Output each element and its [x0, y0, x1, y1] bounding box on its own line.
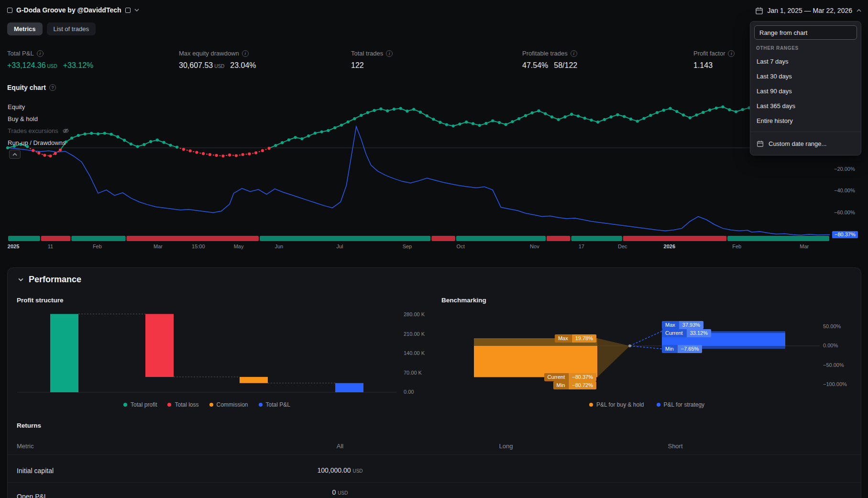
performance-title: Performance [29, 275, 81, 285]
menu-item-last-7-days[interactable]: Last 7 days [753, 54, 858, 69]
info-icon[interactable] [571, 50, 577, 57]
badge-label: Min [553, 381, 569, 389]
returns-row-metric: Initial capital [17, 467, 54, 475]
strategy-tester-page: G-Doda Groove by @DaviddTech Jan 1, 2025… [0, 0, 868, 498]
badge-value: −80.72% [568, 381, 596, 389]
date-range-label: Jan 1, 2025 — Mar 22, 2026 [768, 7, 852, 14]
badge-value: 37.93% [679, 321, 703, 329]
performance-charts[interactable] [8, 268, 862, 421]
equity-x-axis: 202511FebMar15:00MayJunJulSepOctNov17Dec… [0, 243, 868, 251]
metric-label: Max equity drawdown [179, 50, 256, 57]
performance-section-header[interactable]: Performance [18, 275, 81, 285]
returns-row-value: 0 USD [332, 488, 348, 496]
value-currency: USD [352, 468, 363, 474]
returns-col-short: Short [668, 443, 682, 450]
legend-total-profit: Total profit [123, 401, 157, 408]
waterfall-y-tick: 210.00 K [404, 331, 425, 337]
legend-total-p-l: Total P&L [259, 401, 290, 408]
legend-item-run-up-drawdowns[interactable]: Run-up / Drawdowns [8, 137, 69, 149]
legend-label: Buy & hold [8, 115, 38, 122]
orange-dot [209, 403, 213, 407]
tab-list-of-trades[interactable]: List of trades [47, 22, 96, 35]
waterfall-y-tick: 0.00 [404, 389, 414, 395]
menu-item-range-from-chart[interactable]: Range from chart [754, 25, 857, 40]
menu-item-last-90-days[interactable]: Last 90 days [753, 84, 858, 99]
buyhold-min-badge: Min−80.72% [553, 381, 596, 389]
last-value-badge: −80.37% [832, 231, 858, 238]
menu-section-label: OTHER RANGES [756, 45, 855, 51]
green-dot [123, 403, 127, 407]
legend-item-trades-excursions[interactable]: Trades excursions [8, 125, 69, 137]
returns-row-value: 100,000.00 USD [317, 466, 363, 474]
performance-card: Performance Profit structure Benchmarkin… [7, 267, 861, 498]
equity-x-tick: Feb [93, 243, 102, 249]
menu-item-label: Custom date range... [769, 140, 826, 147]
chevron-down-icon[interactable] [134, 9, 139, 11]
menu-item-entire-history[interactable]: Entire history [753, 113, 858, 128]
equity-y-tick: −20.00% [834, 166, 855, 172]
orange-dot [589, 403, 593, 407]
returns-section-title: Returns [17, 422, 41, 429]
missing-glyph-icon [125, 8, 131, 13]
badge-label: Min [662, 345, 677, 353]
menu-item-last-365-days[interactable]: Last 365 days [753, 99, 858, 113]
buyhold-max-badge: Max19.78% [555, 334, 596, 343]
strategy-max-badge: Max37.93% [662, 321, 703, 329]
metric-label: Total P&L [7, 50, 93, 57]
legend-label: Trades excursions [8, 127, 58, 134]
badge-value: −7.65% [677, 345, 703, 353]
badge-label: Current [662, 329, 686, 337]
info-icon[interactable] [386, 50, 393, 57]
info-icon[interactable] [242, 50, 249, 57]
blue-dot [259, 403, 263, 407]
equity-chart[interactable] [0, 98, 868, 246]
metric-value: 122 [351, 61, 393, 70]
metric-extra-value: 23.04% [230, 61, 256, 70]
equity-x-tick: Sep [403, 243, 412, 249]
eye-off-icon [62, 127, 69, 134]
equity-x-tick: Feb [732, 243, 741, 249]
returns-col-long: Long [499, 443, 513, 450]
returns-row-metric: Open P&L [17, 493, 48, 498]
metric-main-value: 47.54% [522, 61, 548, 70]
metric-label-text: Total trades [351, 50, 383, 57]
legend-item-equity[interactable]: Equity [8, 101, 69, 113]
metric-main-value: 30,607.53 [179, 61, 213, 70]
strategy-title: G-Doda Groove by @DaviddTech [16, 6, 121, 14]
waterfall-y-tick: 140.00 K [404, 350, 425, 356]
equity-x-tick: Nov [530, 243, 539, 249]
returns-header-row: Metric All Long Short [8, 438, 861, 454]
legend-total-loss: Total loss [167, 401, 198, 408]
menu-item-last-30-days[interactable]: Last 30 days [753, 69, 858, 84]
equity-x-tick: Mar [154, 243, 163, 249]
date-range-control[interactable]: Jan 1, 2025 — Mar 22, 2026 [755, 5, 861, 16]
value-currency: USD [338, 490, 348, 496]
collapse-legend-button[interactable] [9, 150, 21, 159]
calendar-icon [757, 140, 764, 147]
waterfall-y-tick: 70.00 K [404, 370, 422, 376]
divider [8, 482, 861, 483]
metric-label-text: Profitable trades [522, 50, 568, 57]
info-icon[interactable] [37, 50, 44, 57]
info-icon[interactable] [728, 50, 735, 57]
blue-dot [657, 403, 660, 407]
missing-glyph-icon [7, 8, 12, 13]
help-icon[interactable] [49, 84, 56, 91]
chevron-up-icon [857, 9, 861, 12]
metric-extra-value: 58/122 [554, 61, 577, 70]
legend-item-buy-hold[interactable]: Buy & hold [8, 113, 69, 125]
tab-metrics[interactable]: Metrics [7, 22, 43, 35]
metric-main-value: 122 [351, 61, 364, 70]
strategy-title-bar: G-Doda Groove by @DaviddTech [7, 4, 139, 16]
metric-max-drawdown: Max equity drawdown 30,607.53 USD 23.04% [179, 50, 256, 70]
value-number: 0 [332, 488, 336, 496]
equity-x-tick: 11 [48, 243, 53, 249]
badge-value: 33.12% [686, 329, 711, 337]
calendar-icon [755, 7, 763, 15]
metric-label: Profit factor [693, 50, 735, 57]
menu-item-custom-date-range[interactable]: Custom date range... [753, 135, 858, 152]
strategy-min-badge: Min−7.65% [662, 345, 702, 353]
metric-currency: USD [214, 64, 224, 69]
profit-structure-legend: Total profitTotal lossCommissionTotal P&… [17, 401, 396, 408]
metric-main-value: +33,124.36 [7, 61, 46, 70]
